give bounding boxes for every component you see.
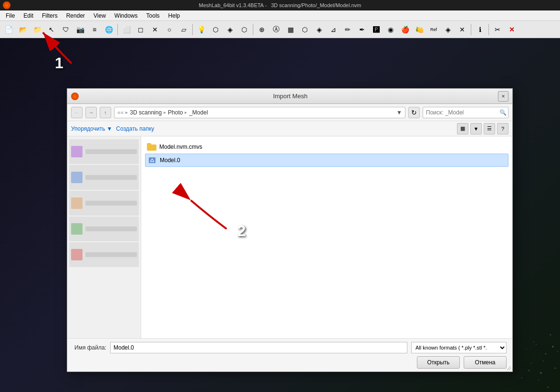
toolbar-select-area[interactable]: ◻ xyxy=(134,23,147,36)
filename-label: Имя файла: xyxy=(73,344,106,351)
address-path-bar[interactable]: «« ▸ 3D scanning ▸ Photo ▸ _Model ▼ xyxy=(114,107,405,118)
toolbar-t2[interactable]: ◈ xyxy=(223,23,237,36)
left-panel-item-5[interactable] xyxy=(69,242,139,267)
toolbar-a7[interactable]: ✏ xyxy=(341,23,354,36)
path-arrow-2: ▸ xyxy=(164,110,166,115)
toolbar-select-o[interactable]: ○ xyxy=(163,23,176,36)
title-text: MeshLab_64bit v1.3.4BETA - 3D scanning/P… xyxy=(199,2,361,8)
toolbar-new[interactable]: 📄 xyxy=(2,23,15,36)
left-item-icon-3 xyxy=(71,197,83,209)
toolbar-3d[interactable]: 🌐 xyxy=(102,23,115,36)
svg-line-20 xyxy=(507,366,511,370)
toolbar-layers[interactable]: ≡ xyxy=(88,23,101,36)
search-input[interactable] xyxy=(423,107,508,118)
toolbar-a4[interactable]: ⬡ xyxy=(298,23,311,36)
toolbar-a9[interactable]: 🅿 xyxy=(370,23,383,36)
toolbar-a8[interactable]: ✒ xyxy=(355,23,369,36)
left-panel-item-1[interactable] xyxy=(69,139,139,164)
toolbar-photo[interactable]: 📷 xyxy=(73,23,87,36)
left-item-text-4 xyxy=(85,227,137,231)
left-item-icon-1 xyxy=(71,146,83,157)
toolbar-shield[interactable]: 🛡 xyxy=(59,23,73,36)
toolbar-t3[interactable]: ⬡ xyxy=(238,23,251,36)
filetype-select[interactable]: All known formats ( *.ply *.stl *. xyxy=(411,342,507,353)
filename-row: Имя файла: All known formats ( *.ply *.s… xyxy=(73,342,507,353)
toolbar-t1[interactable]: ⬡ xyxy=(209,23,222,36)
dialog-title: Import Mesh xyxy=(83,93,498,100)
path-part-2[interactable]: Photo xyxy=(168,109,183,116)
arrange-label: Упорядочить xyxy=(71,125,105,132)
view-details-button[interactable]: ☰ xyxy=(484,123,495,134)
toolbar-b1[interactable]: ◈ xyxy=(441,23,455,36)
file-item-mesh[interactable]: Model.0 xyxy=(145,154,508,167)
separator-2 xyxy=(192,24,193,35)
mesh-icon-svg xyxy=(148,156,156,165)
toolbar-light[interactable]: 💡 xyxy=(195,23,208,36)
menu-file[interactable]: File xyxy=(2,11,19,20)
toolbar-open[interactable]: 📂 xyxy=(16,23,30,36)
arrange-chevron-icon: ▼ xyxy=(106,125,112,132)
dialog-toolbar: Упорядочить ▼ Создать папку ▦ ▼ ☰ ? xyxy=(67,121,512,136)
toolbar-a11[interactable]: 🍎 xyxy=(398,23,412,36)
toolbar-plane[interactable]: ▱ xyxy=(177,23,190,36)
left-panel-item-3[interactable] xyxy=(69,191,139,216)
dialog-close-button[interactable]: × xyxy=(498,91,508,102)
mesh-file-icon xyxy=(147,155,157,165)
left-panel-item-4[interactable] xyxy=(69,217,139,241)
path-part-1[interactable]: 3D scanning xyxy=(130,109,162,116)
app-icon xyxy=(3,1,10,9)
view-grid-button[interactable]: ▦ xyxy=(457,123,468,134)
resize-grip[interactable] xyxy=(506,365,512,371)
path-part-3[interactable]: _Model xyxy=(189,109,207,116)
cancel-button[interactable]: Отмена xyxy=(464,356,507,369)
left-item-icon-2 xyxy=(71,172,83,183)
menu-view[interactable]: View xyxy=(90,11,110,20)
svg-line-21 xyxy=(509,368,511,370)
path-dropdown-arrow[interactable]: ▼ xyxy=(396,109,402,116)
toolbar-a1[interactable]: ⊕ xyxy=(255,23,269,36)
toolbar-cursor[interactable]: ↖ xyxy=(45,23,58,36)
file-item-folder[interactable]: Model.nvm.cmvs xyxy=(145,140,508,154)
toolbar-b2[interactable]: ✕ xyxy=(456,23,469,36)
toolbar-a6[interactable]: ⊿ xyxy=(327,23,340,36)
menu-render[interactable]: Render xyxy=(62,11,89,20)
toolbar-a10[interactable]: ◉ xyxy=(384,23,397,36)
toolbar-select-rect[interactable]: ⬜ xyxy=(120,23,133,36)
toolbar-a12[interactable]: 🍋 xyxy=(413,23,426,36)
refresh-button[interactable]: ↻ xyxy=(408,107,420,118)
toolbar-close-x[interactable]: ✕ xyxy=(505,23,519,36)
filename-input[interactable] xyxy=(110,342,407,353)
menu-bar: File Edit Filters Render View Windows To… xyxy=(0,10,560,21)
toolbar-ref[interactable]: Ref xyxy=(427,23,440,36)
nav-back-button[interactable]: ← xyxy=(71,107,83,118)
nav-up-button[interactable]: ↑ xyxy=(100,107,111,118)
menu-edit[interactable]: Edit xyxy=(20,11,37,20)
toolbar-scissors[interactable]: ✂ xyxy=(491,23,504,36)
toolbar-a5[interactable]: ◈ xyxy=(312,23,326,36)
separator-5 xyxy=(488,24,489,35)
toolbar-select-x[interactable]: ✕ xyxy=(148,23,162,36)
menu-tools[interactable]: Tools xyxy=(143,11,164,20)
left-panel-item-2[interactable] xyxy=(69,165,139,190)
view-dropdown-button[interactable]: ▼ xyxy=(470,123,482,134)
arrange-button[interactable]: Упорядочить ▼ xyxy=(71,125,112,132)
left-item-text-1 xyxy=(85,149,137,154)
left-item-text-3 xyxy=(85,201,137,206)
left-item-text-5 xyxy=(85,252,137,257)
file-name-folder: Model.nvm.cmvs xyxy=(159,144,202,150)
menu-windows[interactable]: Windows xyxy=(111,11,142,20)
new-folder-button[interactable]: Создать папку xyxy=(116,125,154,132)
menu-filters[interactable]: Filters xyxy=(38,11,62,20)
nav-forward-button[interactable]: → xyxy=(85,107,97,118)
address-bar: ← → ↑ «« ▸ 3D scanning ▸ Photo ▸ _Model … xyxy=(67,104,512,121)
toolbar-open2[interactable]: 📁 xyxy=(31,23,44,36)
view-help-button[interactable]: ? xyxy=(497,123,508,134)
toolbar-a3[interactable]: ▦ xyxy=(284,23,297,36)
open-button[interactable]: Открыть xyxy=(417,356,460,369)
dialog-content: Model.nvm.cmvs xyxy=(67,136,512,338)
toolbar-info[interactable]: ℹ xyxy=(473,23,487,36)
toolbar-a2[interactable]: Ⓐ xyxy=(270,23,283,36)
separator-3 xyxy=(253,24,253,35)
search-icon[interactable]: 🔍 xyxy=(499,109,507,116)
menu-help[interactable]: Help xyxy=(165,11,184,20)
